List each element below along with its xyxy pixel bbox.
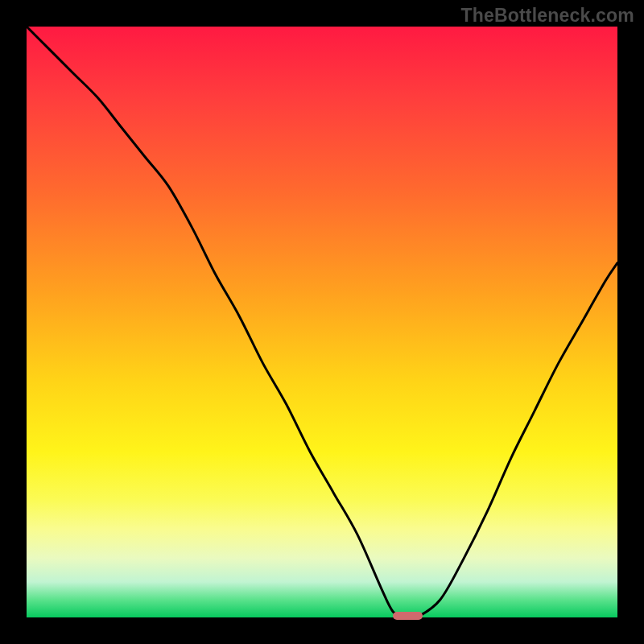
plot-area bbox=[27, 27, 617, 617]
chart-frame: TheBottleneck.com bbox=[0, 0, 644, 644]
watermark-text: TheBottleneck.com bbox=[460, 5, 634, 27]
bottleneck-curve bbox=[27, 27, 617, 617]
bottleneck-marker bbox=[393, 612, 423, 620]
